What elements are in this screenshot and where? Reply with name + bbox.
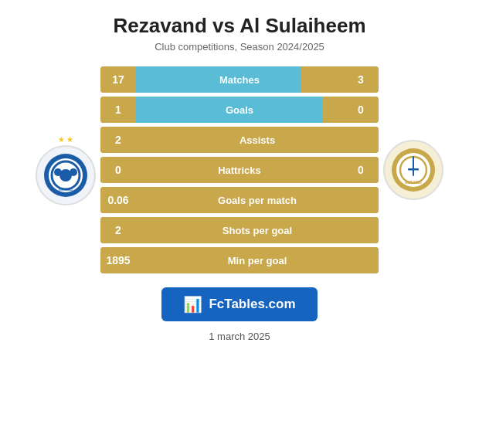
main-content: ★ ★ EST.1945 — [8, 66, 471, 273]
stat-bar-section: Matches — [136, 66, 343, 93]
fctables-icon: 📊 — [183, 295, 202, 314]
stat-bar-section: Hattricks — [136, 157, 343, 183]
svg-text:EST.1955: EST.1955 — [405, 180, 422, 185]
left-logo-circle: EST.1945 — [36, 145, 96, 205]
stat-label: Hattricks — [218, 165, 261, 176]
stat-left-value: 2 — [100, 217, 136, 243]
star-icon: ★ — [58, 135, 65, 144]
stat-label: Goals per match — [218, 195, 297, 206]
star-icon: ★ — [66, 135, 73, 144]
esteghlal-svg: EST.1945 — [42, 152, 89, 199]
stat-row: 1Goals0 — [100, 97, 379, 123]
svg-rect-10 — [413, 156, 414, 176]
svg-point-4 — [54, 168, 62, 176]
stat-right-value: 3 — [343, 66, 379, 93]
team-logo-right: EST.1955 — [379, 140, 448, 200]
stat-row: 0Hattricks0 — [100, 157, 379, 183]
stat-left-value: 1895 — [100, 247, 136, 273]
stat-bar-section: Assists — [136, 127, 379, 153]
page-container: Rezavand vs Al Sulaiheem Club competitio… — [0, 0, 479, 448]
footer-date: 1 march 2025 — [209, 331, 270, 342]
stat-row: 0.06Goals per match — [100, 187, 379, 213]
stat-bar-section: Shots per goal — [136, 217, 379, 243]
stat-left-value: 0.06 — [100, 187, 136, 213]
stat-left-value: 17 — [100, 66, 136, 93]
stat-row: 2Assists — [100, 127, 379, 153]
stat-row: 17Matches3 — [100, 66, 379, 93]
stat-right-value: 0 — [343, 157, 379, 183]
stat-row: 1895Min per goal — [100, 247, 379, 273]
stat-left-value: 1 — [100, 97, 136, 123]
fctables-text: FcTables.com — [209, 297, 295, 312]
stat-label: Assists — [240, 134, 275, 146]
alnassr-svg: EST.1955 — [390, 147, 437, 193]
stat-bar-section: Goals — [136, 97, 343, 123]
svg-text:EST.1945: EST.1945 — [59, 188, 73, 192]
stat-bar-section: Goals per match — [136, 187, 379, 213]
stat-left-value: 2 — [100, 127, 136, 153]
page-title: Rezavand vs Al Sulaiheem — [113, 14, 365, 38]
team-logo-left: ★ ★ EST.1945 — [31, 135, 100, 205]
stat-label: Goals — [226, 104, 253, 116]
stat-label: Min per goal — [228, 255, 287, 266]
svg-point-5 — [70, 168, 77, 176]
fctables-banner[interactable]: 📊 FcTables.com — [161, 287, 317, 321]
right-logo-circle: EST.1955 — [383, 140, 443, 200]
stat-right-value: 0 — [343, 97, 379, 123]
stats-container: 17Matches31Goals02Assists0Hattricks00.06… — [100, 66, 379, 273]
svg-rect-11 — [408, 168, 419, 171]
page-subtitle: Club competitions, Season 2024/2025 — [155, 41, 324, 53]
stat-label: Matches — [219, 74, 260, 86]
stat-row: 2Shots per goal — [100, 217, 379, 243]
stat-left-value: 0 — [100, 157, 136, 183]
stat-label: Shots per goal — [223, 225, 292, 236]
stat-bar-section: Min per goal — [136, 247, 379, 273]
stars-left: ★ ★ — [58, 135, 73, 144]
